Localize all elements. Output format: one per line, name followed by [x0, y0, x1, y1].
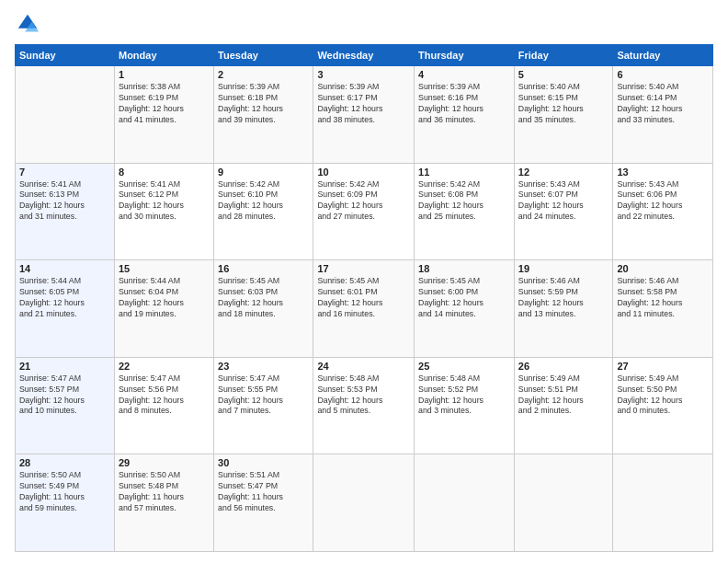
day-info: Sunrise: 5:46 AM Sunset: 5:58 PM Dayligh…: [617, 276, 709, 320]
calendar-cell: 9Sunrise: 5:42 AM Sunset: 6:10 PM Daylig…: [214, 163, 313, 260]
day-number: 6: [617, 69, 709, 80]
calendar-cell: 22Sunrise: 5:47 AM Sunset: 5:56 PM Dayli…: [114, 357, 213, 454]
day-info: Sunrise: 5:47 AM Sunset: 5:56 PM Dayligh…: [119, 373, 210, 418]
day-number: 25: [418, 361, 510, 372]
day-number: 13: [617, 167, 709, 178]
day-info: Sunrise: 5:45 AM Sunset: 6:00 PM Dayligh…: [418, 276, 510, 320]
day-info: Sunrise: 5:40 AM Sunset: 6:15 PM Dayligh…: [518, 82, 609, 126]
calendar-cell: 1Sunrise: 5:38 AM Sunset: 6:19 PM Daylig…: [114, 66, 213, 164]
day-info: Sunrise: 5:50 AM Sunset: 5:49 PM Dayligh…: [19, 470, 110, 514]
calendar-cell: 16Sunrise: 5:45 AM Sunset: 6:03 PM Dayli…: [214, 260, 313, 358]
calendar-cell: 27Sunrise: 5:49 AM Sunset: 5:50 PM Dayli…: [613, 357, 713, 454]
day-info: Sunrise: 5:39 AM Sunset: 6:17 PM Dayligh…: [317, 82, 410, 126]
logo-icon: [15, 11, 40, 37]
day-info: Sunrise: 5:48 AM Sunset: 5:52 PM Dayligh…: [418, 373, 510, 418]
day-info: Sunrise: 5:51 AM Sunset: 5:47 PM Dayligh…: [218, 470, 309, 514]
day-info: Sunrise: 5:42 AM Sunset: 6:10 PM Dayligh…: [218, 179, 309, 224]
calendar-cell: 24Sunrise: 5:48 AM Sunset: 5:53 PM Dayli…: [313, 357, 415, 454]
calendar: SundayMondayTuesdayWednesdayThursdayFrid…: [15, 44, 713, 552]
day-info: Sunrise: 5:41 AM Sunset: 6:13 PM Dayligh…: [19, 179, 110, 224]
calendar-cell: 23Sunrise: 5:47 AM Sunset: 5:55 PM Dayli…: [214, 357, 313, 454]
calendar-cell: [415, 454, 515, 552]
day-number: 29: [119, 457, 210, 468]
day-number: 10: [317, 167, 410, 178]
weekday-header-friday: Friday: [514, 45, 613, 66]
calendar-cell: 18Sunrise: 5:45 AM Sunset: 6:00 PM Dayli…: [415, 260, 515, 358]
calendar-cell: 2Sunrise: 5:39 AM Sunset: 6:18 PM Daylig…: [214, 66, 313, 164]
day-number: 2: [218, 69, 309, 80]
day-info: Sunrise: 5:41 AM Sunset: 6:12 PM Dayligh…: [119, 179, 210, 224]
calendar-cell: 20Sunrise: 5:46 AM Sunset: 5:58 PM Dayli…: [613, 260, 713, 358]
day-info: Sunrise: 5:47 AM Sunset: 5:55 PM Dayligh…: [218, 373, 309, 418]
day-number: 28: [19, 457, 110, 468]
day-info: Sunrise: 5:39 AM Sunset: 6:16 PM Dayligh…: [418, 82, 510, 126]
day-number: 3: [317, 69, 410, 80]
day-number: 26: [518, 361, 609, 372]
weekday-header-sunday: Sunday: [16, 45, 115, 66]
calendar-cell: 14Sunrise: 5:44 AM Sunset: 6:05 PM Dayli…: [16, 260, 115, 358]
day-info: Sunrise: 5:40 AM Sunset: 6:14 PM Dayligh…: [617, 82, 709, 126]
calendar-cell: [313, 454, 415, 552]
header: [15, 11, 713, 37]
calendar-cell: [613, 454, 713, 552]
weekday-header-wednesday: Wednesday: [313, 45, 415, 66]
day-number: 9: [218, 167, 309, 178]
day-number: 21: [19, 361, 110, 372]
calendar-cell: 17Sunrise: 5:45 AM Sunset: 6:01 PM Dayli…: [313, 260, 415, 358]
day-info: Sunrise: 5:42 AM Sunset: 6:08 PM Dayligh…: [418, 179, 510, 224]
calendar-cell: 6Sunrise: 5:40 AM Sunset: 6:14 PM Daylig…: [613, 66, 713, 164]
calendar-cell: 15Sunrise: 5:44 AM Sunset: 6:04 PM Dayli…: [114, 260, 213, 358]
calendar-cell: 28Sunrise: 5:50 AM Sunset: 5:49 PM Dayli…: [16, 454, 115, 552]
day-info: Sunrise: 5:42 AM Sunset: 6:09 PM Dayligh…: [317, 179, 410, 224]
calendar-cell: 13Sunrise: 5:43 AM Sunset: 6:06 PM Dayli…: [613, 163, 713, 260]
day-info: Sunrise: 5:46 AM Sunset: 5:59 PM Dayligh…: [518, 276, 609, 320]
calendar-cell: 26Sunrise: 5:49 AM Sunset: 5:51 PM Dayli…: [514, 357, 613, 454]
day-info: Sunrise: 5:47 AM Sunset: 5:57 PM Dayligh…: [19, 373, 110, 418]
day-info: Sunrise: 5:45 AM Sunset: 6:03 PM Dayligh…: [218, 276, 309, 320]
day-info: Sunrise: 5:48 AM Sunset: 5:53 PM Dayligh…: [317, 373, 410, 418]
day-number: 7: [19, 167, 110, 178]
day-info: Sunrise: 5:43 AM Sunset: 6:06 PM Dayligh…: [617, 179, 709, 224]
calendar-cell: 29Sunrise: 5:50 AM Sunset: 5:48 PM Dayli…: [114, 454, 213, 552]
calendar-cell: 4Sunrise: 5:39 AM Sunset: 6:16 PM Daylig…: [415, 66, 515, 164]
weekday-header-thursday: Thursday: [415, 45, 515, 66]
logo: [15, 11, 44, 37]
day-number: 18: [418, 263, 510, 274]
day-number: 11: [418, 167, 510, 178]
day-info: Sunrise: 5:38 AM Sunset: 6:19 PM Dayligh…: [119, 82, 210, 126]
day-info: Sunrise: 5:50 AM Sunset: 5:48 PM Dayligh…: [119, 470, 210, 514]
calendar-cell: 11Sunrise: 5:42 AM Sunset: 6:08 PM Dayli…: [415, 163, 515, 260]
day-info: Sunrise: 5:39 AM Sunset: 6:18 PM Dayligh…: [218, 82, 309, 126]
calendar-cell: 25Sunrise: 5:48 AM Sunset: 5:52 PM Dayli…: [415, 357, 515, 454]
weekday-header-saturday: Saturday: [613, 45, 713, 66]
weekday-header-monday: Monday: [114, 45, 213, 66]
day-number: 20: [617, 263, 709, 274]
day-info: Sunrise: 5:45 AM Sunset: 6:01 PM Dayligh…: [317, 276, 410, 320]
day-number: 27: [617, 361, 709, 372]
calendar-cell: [16, 66, 115, 164]
day-number: 24: [317, 361, 410, 372]
calendar-cell: 21Sunrise: 5:47 AM Sunset: 5:57 PM Dayli…: [16, 357, 115, 454]
calendar-cell: 10Sunrise: 5:42 AM Sunset: 6:09 PM Dayli…: [313, 163, 415, 260]
day-number: 30: [218, 457, 309, 468]
day-info: Sunrise: 5:43 AM Sunset: 6:07 PM Dayligh…: [518, 179, 609, 224]
calendar-cell: 19Sunrise: 5:46 AM Sunset: 5:59 PM Dayli…: [514, 260, 613, 358]
day-number: 8: [119, 167, 210, 178]
calendar-cell: 5Sunrise: 5:40 AM Sunset: 6:15 PM Daylig…: [514, 66, 613, 164]
calendar-cell: 8Sunrise: 5:41 AM Sunset: 6:12 PM Daylig…: [114, 163, 213, 260]
calendar-cell: [514, 454, 613, 552]
day-number: 23: [218, 361, 309, 372]
day-number: 15: [119, 263, 210, 274]
day-number: 4: [418, 69, 510, 80]
day-info: Sunrise: 5:44 AM Sunset: 6:05 PM Dayligh…: [19, 276, 110, 320]
day-number: 22: [119, 361, 210, 372]
day-info: Sunrise: 5:49 AM Sunset: 5:51 PM Dayligh…: [518, 373, 609, 418]
day-number: 17: [317, 263, 410, 274]
day-info: Sunrise: 5:44 AM Sunset: 6:04 PM Dayligh…: [119, 276, 210, 320]
day-number: 16: [218, 263, 309, 274]
calendar-cell: 3Sunrise: 5:39 AM Sunset: 6:17 PM Daylig…: [313, 66, 415, 164]
day-number: 12: [518, 167, 609, 178]
day-number: 1: [119, 69, 210, 80]
day-number: 5: [518, 69, 609, 80]
calendar-cell: 7Sunrise: 5:41 AM Sunset: 6:13 PM Daylig…: [16, 163, 115, 260]
